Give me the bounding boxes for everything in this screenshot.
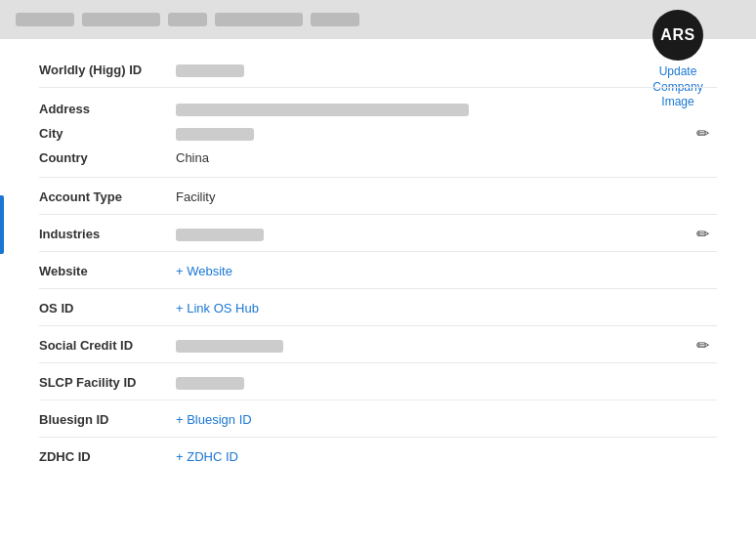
field-row-worldly-higg-id: Worldly (Higg) ID — [39, 51, 717, 88]
field-row-website: Website + Website — [39, 252, 717, 289]
blur-address — [176, 104, 469, 116]
label-website: Website — [39, 262, 176, 278]
label-zdhc-id: ZDHC ID — [39, 447, 176, 464]
field-row-industries: Industries ✏ — [39, 215, 717, 252]
label-os-id: OS ID — [39, 299, 176, 316]
label-bluesign-id: Bluesign ID — [39, 410, 176, 427]
label-social-credit-id: Social Credit ID — [39, 336, 176, 353]
blur-industries — [176, 229, 264, 241]
edit-industries-icon[interactable]: ✏ — [696, 224, 709, 242]
top-banner: ARS Update Company Image — [0, 0, 756, 39]
banner-blur-3 — [168, 13, 207, 26]
value-worldly-higg-id — [176, 61, 717, 77]
field-row-address: Address ✏ — [39, 96, 717, 120]
label-city: City — [39, 124, 176, 141]
field-row-city: City — [39, 120, 717, 145]
address-group: Address ✏ City Country China — [39, 88, 717, 178]
field-row-country: Country China — [39, 145, 717, 169]
label-account-type: Account Type — [39, 188, 176, 204]
banner-blur-1 — [16, 13, 74, 26]
value-bluesign-id[interactable]: + Bluesign ID — [176, 410, 717, 427]
edit-social-credit-id-icon[interactable]: ✏ — [696, 335, 709, 354]
value-address — [176, 100, 717, 116]
value-industries — [176, 225, 717, 241]
value-city — [176, 124, 717, 141]
banner-blur-2 — [82, 13, 160, 26]
value-social-credit-id — [176, 336, 717, 353]
blur-slcp-facility-id — [176, 377, 244, 390]
field-row-slcp-facility-id: SLCP Facility ID — [39, 363, 717, 400]
label-worldly-higg-id: Worldly (Higg) ID — [39, 61, 176, 77]
label-country: Country — [39, 148, 176, 165]
edit-address-icon[interactable]: ✏ — [696, 123, 709, 142]
banner-blur-5 — [311, 13, 359, 26]
banner-content — [16, 13, 359, 26]
company-details: Worldly (Higg) ID Address ✏ City Country… — [0, 39, 756, 486]
label-address: Address — [39, 100, 176, 116]
value-account-type: Facility — [176, 188, 717, 204]
field-row-os-id: OS ID + Link OS Hub — [39, 289, 717, 326]
label-slcp-facility-id: SLCP Facility ID — [39, 373, 176, 390]
blur-worldly-higg-id — [176, 64, 244, 77]
value-slcp-facility-id — [176, 373, 717, 390]
label-industries: Industries — [39, 225, 176, 241]
value-zdhc-id[interactable]: + ZDHC ID — [176, 447, 717, 464]
field-row-zdhc-id: ZDHC ID + ZDHC ID — [39, 438, 717, 475]
value-website[interactable]: + Website — [176, 262, 717, 278]
blur-city — [176, 128, 254, 141]
field-row-bluesign-id: Bluesign ID + Bluesign ID — [39, 400, 717, 438]
value-os-id[interactable]: + Link OS Hub — [176, 299, 717, 316]
field-row-account-type: Account Type Facility — [39, 178, 717, 215]
blur-social-credit-id — [176, 340, 283, 353]
field-row-social-credit-id: Social Credit ID ✏ — [39, 326, 717, 363]
value-country: China — [176, 148, 717, 165]
banner-blur-4 — [215, 13, 303, 26]
